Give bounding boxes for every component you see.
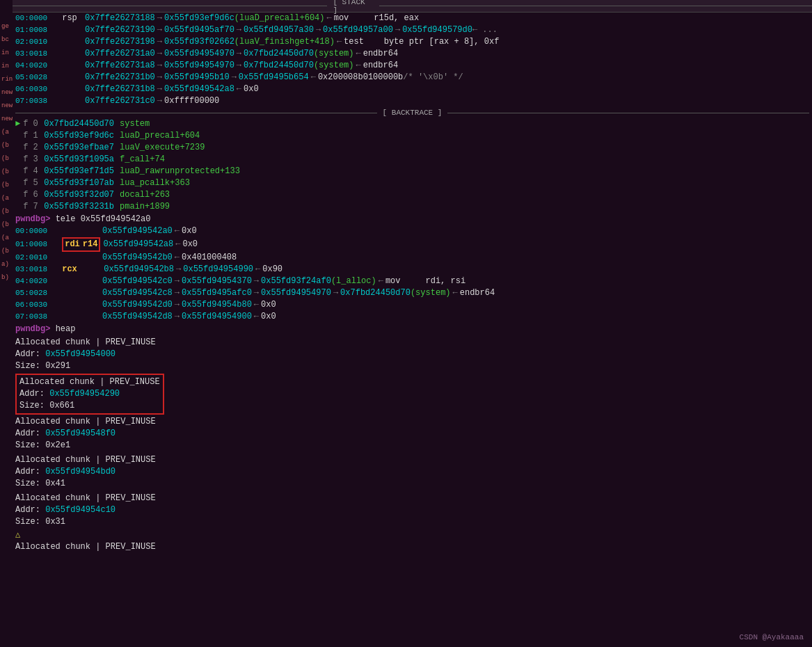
sidebar-label: (a <box>1 127 13 138</box>
stack-row-5: 05:0028 0x7ffe262731b0 → 0x55fd9495b10 →… <box>15 72 809 83</box>
stack-section: 00:0000 rsp 0x7ffe26273188 → 0x55fd93ef9… <box>13 13 812 107</box>
bt-row-2: f 2 0x55fd93efbae7 luaV_execute+7239 <box>15 142 809 154</box>
sidebar-label: b) <box>1 272 13 284</box>
sidebar-label: in <box>1 61 13 72</box>
heap-chunk-2: Allocated chunk | PREV_INUSE Addr: 0x55f… <box>15 374 809 415</box>
bt-row-0: ► f 0 0x7fbd24450d70 system <box>15 118 809 130</box>
tele-row-1: 01:0008 rdi r14 0x55fd949542a8 ← 0x0 <box>15 237 809 252</box>
tele-section: 00:0000 0x55fd949542a0 ← 0x0 01:0008 rdi… <box>13 225 812 323</box>
stack-row-6: 06:0030 0x7ffe262731b8 → 0x55fd949542a8 … <box>15 83 809 95</box>
sidebar-label: (b <box>1 166 13 178</box>
prompt2-cmd: heap <box>56 324 76 334</box>
bt-row-3: f 3 0x55fd93f1095a f_call+74 <box>15 154 809 166</box>
sidebar-label: a) <box>1 259 13 271</box>
tele-row-3: 03:0018 rcx 0x55fd949542b8 → 0x55fd94954… <box>15 264 809 275</box>
watermark: CSDN @Ayakaaaa <box>740 633 804 641</box>
tele-row-7: 07:0038 0x55fd949542d8 → 0x55fd94954900 … <box>15 311 809 323</box>
tele-row-5: 05:0028 0x55fd949542c8 → 0x55fd9495afc0 … <box>15 287 809 299</box>
heap-chunk-3: Allocated chunk | PREV_INUSE Addr: 0x55f… <box>15 416 809 452</box>
sidebar-label: (b <box>1 140 13 152</box>
sidebar-label: (b <box>1 206 13 218</box>
stack-row-4: 04:0020 0x7ffe262731a8 → 0x55fd94954970 … <box>15 60 809 72</box>
backtrace-header: [ BACKTRACE ] <box>15 109 809 117</box>
sidebar-label: new <box>1 100 13 112</box>
stack-row-2: 02:0010 0x7ffe26273198 → 0x55fd93f02662 … <box>15 36 809 48</box>
bt-row-1: f 1 0x55fd93ef9d6c luaD_precall+604 <box>15 130 809 142</box>
tele-row-0: 00:0000 0x55fd949542a0 ← 0x0 <box>15 225 809 237</box>
heap-chunk-4: Allocated chunk | PREV_INUSE Addr: 0x55f… <box>15 454 809 490</box>
prompt1-text: pwndbg> <box>15 214 50 224</box>
sidebar-label: (b <box>1 153 13 165</box>
bt-row-6: f 6 0x55fd93f32d07 docall+263 <box>15 189 809 201</box>
sidebar-label: new <box>1 87 13 99</box>
tele-row-2: 02:0010 0x55fd949542b0 ← 0x401000408 <box>15 252 809 264</box>
stack-row-1: 01:0008 0x7ffe26273190 → 0x55fd9495af70 … <box>15 24 809 36</box>
heap-chunk-5: Allocated chunk | PREV_INUSE Addr: 0x55f… <box>15 493 809 528</box>
stack-row-7: 07:0038 0x7ffe262731c0 → 0xffff00000 <box>15 95 809 107</box>
sidebar-label: (a <box>1 193 13 205</box>
tele-row-4: 04:0020 0x55fd949542c0 → 0x55fd94954370 … <box>15 275 809 287</box>
heap-section: Allocated chunk | PREV_INUSE Addr: 0x55f… <box>13 335 812 554</box>
prompt2-text: pwndbg> <box>15 324 50 334</box>
bt-row-5: f 5 0x55fd93f107ab lua_pcallk+363 <box>15 177 809 189</box>
sidebar-label: bc <box>1 34 13 46</box>
prompt1-cmd: tele 0x55fd949542a0 <box>56 214 151 224</box>
highlight-reg-box: rdi r14 <box>62 237 100 252</box>
heap-chunk-1: Allocated chunk | PREV_INUSE Addr: 0x55f… <box>15 337 809 372</box>
bt-row-7: f 7 0x55fd93f3231b pmain+1899 <box>15 201 809 213</box>
sidebar-label: new <box>1 113 13 125</box>
sidebar-label: (b <box>1 179 13 191</box>
bt-row-4: f 4 0x55fd93ef71d5 luaD_rawrunprotected+… <box>15 166 809 177</box>
sidebar-label: (a <box>1 232 13 244</box>
stack-row-0: 00:0000 rsp 0x7ffe26273188 → 0x55fd93ef9… <box>15 13 809 24</box>
prompt2: pwndbg> heap <box>13 323 812 335</box>
sidebar-label: ge <box>1 21 13 33</box>
tele-row-6: 06:0030 0x55fd949542d0 → 0x55fd94954b80 … <box>15 299 809 311</box>
stack-row-3: 03:0018 0x7ffe262731a0 → 0x55fd94954970 … <box>15 48 809 60</box>
sidebar-label: rin <box>1 74 13 86</box>
sidebar-label: (b <box>1 219 13 231</box>
warning-symbol: △ <box>15 529 809 541</box>
sidebar-label: in <box>1 47 13 59</box>
top-bar: [ STACK ] <box>13 0 812 13</box>
prompt1: pwndbg> tele 0x55fd949542a0 <box>13 213 812 225</box>
heap-chunk-6: Allocated chunk | PREV_INUSE <box>15 541 809 553</box>
sidebar-label: (b <box>1 246 13 257</box>
backtrace-section: ► f 0 0x7fbd24450d70 system f 1 0x55fd93… <box>13 118 812 213</box>
terminal-content: [ STACK ] 00:0000 rsp 0x7ffe26273188 → 0… <box>13 0 812 647</box>
left-sidebar: ge bc in in rin new new new (a (b (b (b … <box>0 0 13 647</box>
